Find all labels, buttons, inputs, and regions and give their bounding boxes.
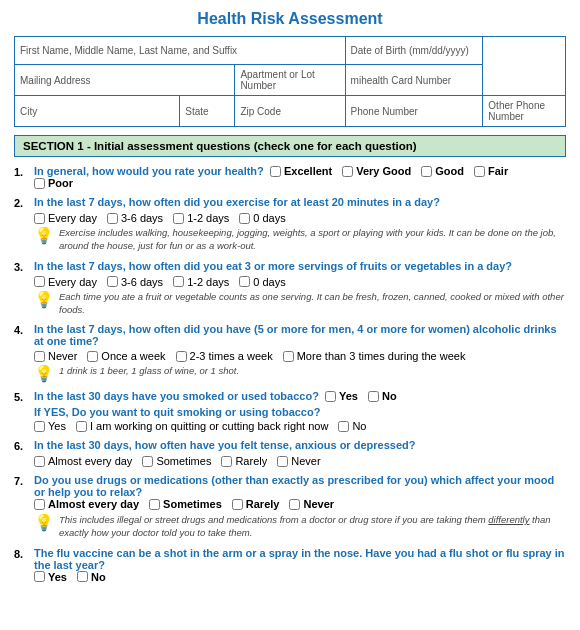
city-field[interactable]: City [15, 96, 180, 127]
q7-opt-never[interactable]: Never [289, 498, 334, 510]
q6-opt-rarely[interactable]: Rarely [221, 455, 267, 467]
q2-tip: Exercise includes walking, housekeeping,… [59, 226, 566, 253]
q8-text: The flu vaccine can be a shot in the arm… [34, 547, 566, 583]
q1-opt-verygood[interactable]: Very Good [342, 165, 411, 177]
q1-text: In general, how would you rate your heal… [34, 165, 566, 189]
q3-text: In the last 7 days, how often did you ea… [34, 260, 566, 272]
q7-opt-sometimes[interactable]: Sometimes [149, 498, 222, 510]
q4-text: In the last 7 days, how often did you ha… [34, 323, 566, 347]
state-field[interactable]: State [180, 96, 235, 127]
first-name-field[interactable]: First Name, Middle Name, Last Name, and … [15, 37, 346, 65]
phone-field[interactable]: Phone Number [345, 96, 483, 127]
q5-num: 5. [14, 391, 30, 403]
q1-opt-good[interactable]: Good [421, 165, 464, 177]
question-1: 1. In general, how would you rate your h… [14, 165, 566, 189]
q6-opt-sometimes[interactable]: Sometimes [142, 455, 211, 467]
q3-tip: Each time you ate a fruit or vegetable c… [59, 290, 566, 317]
q6-num: 6. [14, 440, 30, 452]
question-4: 4. In the last 7 days, how often did you… [14, 323, 566, 383]
q1-num: 1. [14, 166, 30, 178]
q5-sub-opt-yes[interactable]: Yes [34, 420, 66, 432]
q2-opt-0days[interactable]: 0 days [239, 212, 285, 224]
q5-sub-opt-no[interactable]: No [338, 420, 366, 432]
question-6: 6. In the last 30 days, how often have y… [14, 439, 566, 467]
tip-icon-3: 💡 [34, 290, 54, 309]
page-title: Health Risk Assessment [14, 10, 566, 28]
q7-opt-almost[interactable]: Almost every day [34, 498, 139, 510]
mailing-address-field[interactable]: Mailing Address [15, 65, 235, 96]
q1-opt-excellent[interactable]: Excellent [270, 165, 332, 177]
q5-text: In the last 30 days have you smoked or u… [34, 390, 566, 402]
q8-opt-no[interactable]: No [77, 571, 106, 583]
apartment-field[interactable]: Apartment or Lot Number [235, 65, 345, 96]
q4-opt-2-3-week[interactable]: 2-3 times a week [176, 350, 273, 362]
q4-tip: 1 drink is 1 beer, 1 glass of wine, or 1… [59, 364, 239, 377]
q7-tip: This includes illegal or street drugs an… [59, 513, 566, 540]
q4-opt-never[interactable]: Never [34, 350, 77, 362]
q4-num: 4. [14, 324, 30, 336]
question-8: 8. The flu vaccine can be a shot in the … [14, 547, 566, 583]
q3-opt-everyday[interactable]: Every day [34, 276, 97, 288]
q4-opt-once-week[interactable]: Once a week [87, 350, 165, 362]
question-5: 5. In the last 30 days have you smoked o… [14, 390, 566, 432]
q6-opt-almost[interactable]: Almost every day [34, 455, 132, 467]
q7-text: Do you use drugs or medications (other t… [34, 474, 566, 510]
q8-opt-yes[interactable]: Yes [34, 571, 67, 583]
patient-info-table: First Name, Middle Name, Last Name, and … [14, 36, 566, 127]
question-2: 2. In the last 7 days, how often did you… [14, 196, 566, 253]
q2-opt-everyday[interactable]: Every day [34, 212, 97, 224]
dob-field[interactable]: Date of Birth (mm/dd/yyyy) [345, 37, 483, 65]
q2-opt-1-2days[interactable]: 1-2 days [173, 212, 229, 224]
q7-num: 7. [14, 475, 30, 487]
mihealth-card-field[interactable]: mihealth Card Number [345, 65, 483, 96]
q3-opt-0days[interactable]: 0 days [239, 276, 285, 288]
q5-opt-no[interactable]: No [368, 390, 397, 402]
section1-header: SECTION 1 - Initial assessment questions… [14, 135, 566, 157]
tip-icon-7: 💡 [34, 513, 54, 532]
tip-icon-2: 💡 [34, 226, 54, 245]
question-7: 7. Do you use drugs or medications (othe… [14, 474, 566, 540]
other-phone-field[interactable]: Other Phone Number [483, 96, 566, 127]
q1-opt-poor[interactable]: Poor [34, 177, 73, 189]
q2-text: In the last 7 days, how often did you ex… [34, 196, 566, 208]
q3-opt-3-6days[interactable]: 3-6 days [107, 276, 163, 288]
q5-sub-text: If YES, Do you want to quit smoking or u… [34, 406, 320, 418]
q2-opt-3-6days[interactable]: 3-6 days [107, 212, 163, 224]
zip-field[interactable]: Zip Code [235, 96, 345, 127]
q3-opt-1-2days[interactable]: 1-2 days [173, 276, 229, 288]
q4-opt-more-3[interactable]: More than 3 times during the week [283, 350, 466, 362]
q3-num: 3. [14, 261, 30, 273]
q8-num: 8. [14, 548, 30, 560]
q5-opt-yes[interactable]: Yes [325, 390, 358, 402]
q6-text: In the last 30 days, how often have you … [34, 439, 566, 451]
q7-opt-rarely[interactable]: Rarely [232, 498, 280, 510]
q6-opt-never[interactable]: Never [277, 455, 320, 467]
question-3: 3. In the last 7 days, how often did you… [14, 260, 566, 317]
q1-opt-fair[interactable]: Fair [474, 165, 508, 177]
q5-sub-opt-working[interactable]: I am working on quitting or cutting back… [76, 420, 328, 432]
q2-num: 2. [14, 197, 30, 209]
tip-icon-4: 💡 [34, 364, 54, 383]
